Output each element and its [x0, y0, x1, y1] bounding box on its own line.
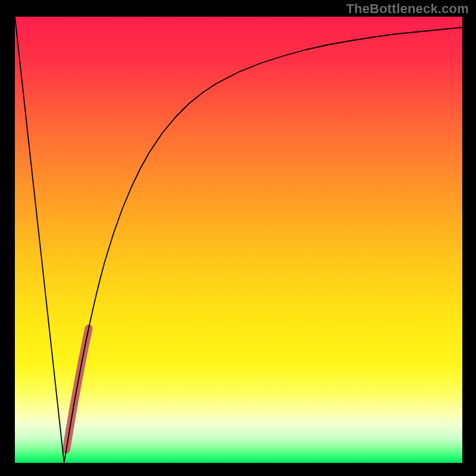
- watermark-text: TheBottleneck.com: [346, 1, 469, 17]
- bottleneck-curve: [15, 17, 462, 463]
- plot-frame: [15, 17, 462, 463]
- chart-stage: TheBottleneck.com: [0, 0, 476, 476]
- plot-inner: [15, 17, 462, 463]
- curve-layer: [15, 17, 462, 463]
